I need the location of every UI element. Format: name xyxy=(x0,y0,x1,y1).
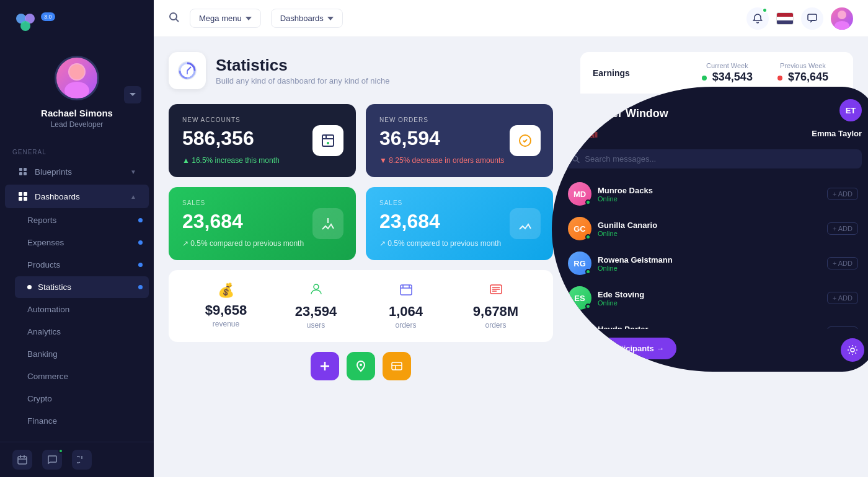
content-area: Statistics Build any kind of dashboard f… xyxy=(154,37,868,477)
sidebar-item-products[interactable]: Products xyxy=(15,254,149,276)
gunilla-add-button[interactable]: + ADD xyxy=(827,222,858,235)
active-user-name: Emma Taylor xyxy=(812,129,862,138)
products-dot xyxy=(138,263,143,267)
orders-label: orders xyxy=(363,321,448,330)
crypto-label: Crypto xyxy=(27,394,52,403)
products-label: Products xyxy=(27,260,60,269)
previous-week: Previous Week $76,645 xyxy=(765,62,841,84)
location-button[interactable] xyxy=(347,352,375,380)
contact-gunilla[interactable]: GC Gunilla Canario Online + ADD xyxy=(564,212,862,245)
sidebar-item-crypto[interactable]: Crypto xyxy=(15,388,149,409)
new-orders-label: NEW ORDERS xyxy=(379,116,539,123)
view-all-button[interactable]: View all participants → xyxy=(564,338,676,359)
sidebar-item-automation[interactable]: Automation xyxy=(15,299,149,320)
active-user-avatar[interactable]: ET xyxy=(839,99,862,121)
delete-all-button[interactable]: Delete all xyxy=(564,130,598,139)
previous-week-label: Previous Week xyxy=(777,62,828,69)
messages-button[interactable] xyxy=(801,7,823,30)
dashboards-button[interactable]: Dashboards xyxy=(271,9,343,28)
expenses-label: Expenses xyxy=(27,238,64,247)
munroe-name: Munroe Dacks xyxy=(598,186,653,195)
svg-rect-7 xyxy=(24,168,27,171)
svg-rect-11 xyxy=(24,192,27,196)
gunilla-info: Gunilla Canario Online xyxy=(598,221,657,237)
statistics-active-marker xyxy=(27,285,32,289)
messenger-search-input[interactable] xyxy=(585,154,854,164)
new-orders-card: NEW ORDERS 36,594 ▼ 8.25% decrease in or… xyxy=(366,104,553,177)
contact-haydn[interactable]: HP Haydn Porter Online + ADD xyxy=(564,316,862,329)
svg-rect-14 xyxy=(18,457,27,464)
sidebar-item-analytics[interactable]: Analytics xyxy=(15,321,149,343)
svg-rect-13 xyxy=(24,197,27,201)
user-avatar[interactable] xyxy=(831,7,853,30)
sales-sky-label: SALES xyxy=(379,199,539,206)
sidebar-item-blueprints[interactable]: Blueprints ▼ xyxy=(5,160,149,183)
search-icon[interactable] xyxy=(169,12,180,25)
reports-dot xyxy=(138,218,143,222)
svg-point-30 xyxy=(314,284,319,289)
blueprints-icon xyxy=(17,166,29,177)
action-buttons xyxy=(169,352,553,380)
header-right xyxy=(746,7,853,30)
orders-icon xyxy=(363,282,448,300)
svg-line-19 xyxy=(176,19,179,22)
ede-info: Ede Stoving Online xyxy=(598,290,644,307)
orders2-icon xyxy=(453,282,538,300)
contact-ede[interactable]: ES Ede Stoving Online + ADD xyxy=(564,281,862,315)
table-button[interactable] xyxy=(383,352,411,380)
sidebar-item-dashboards[interactable]: Dashboards ▲ xyxy=(5,185,149,208)
logo-icon xyxy=(12,10,38,36)
revenue-value: $9,658 xyxy=(184,302,268,318)
messenger-section-label: MESSAGES xyxy=(564,100,668,107)
svg-rect-12 xyxy=(19,197,22,201)
haydn-add-button[interactable]: + ADD xyxy=(827,326,858,329)
sidebar-item-reports[interactable]: Reports xyxy=(15,209,149,231)
mega-menu-button[interactable]: Mega menu xyxy=(190,9,261,28)
munroe-add-button[interactable]: + ADD xyxy=(827,188,858,200)
svg-rect-42 xyxy=(392,362,402,370)
sidebar-item-expenses[interactable]: Expenses xyxy=(15,232,149,253)
messenger-search-bar xyxy=(564,149,862,168)
contact-list: MD Munroe Dacks Online + ADD GC xyxy=(564,177,862,329)
haydn-name: Haydn Porter xyxy=(598,325,649,330)
ede-add-button[interactable]: + ADD xyxy=(827,292,858,304)
add-button[interactable] xyxy=(311,352,339,380)
sales-green-icon xyxy=(312,208,343,239)
svg-rect-10 xyxy=(19,192,22,196)
svg-rect-20 xyxy=(808,14,817,20)
settings-fab[interactable] xyxy=(841,338,864,362)
users-value: 23,594 xyxy=(273,304,358,320)
dark-blob: MESSAGES Messenger Window ET Delete all … xyxy=(552,87,868,372)
sidebar-item-banking[interactable]: Banking xyxy=(15,343,149,365)
calendar-icon-btn[interactable] xyxy=(12,450,32,470)
new-orders-change: ▼ 8.25% decrease in orders amounts xyxy=(379,156,539,165)
reports-label: Reports xyxy=(27,216,56,225)
munroe-status: Online xyxy=(598,195,653,203)
profile-chevron[interactable] xyxy=(124,86,141,103)
new-accounts-card: NEW ACCOUNTS 586,356 ▲ 16.5% increase th… xyxy=(169,104,356,177)
avatar[interactable] xyxy=(55,56,99,100)
svg-rect-31 xyxy=(401,285,412,295)
language-flag[interactable] xyxy=(776,12,794,25)
power-icon-btn[interactable] xyxy=(72,450,92,470)
users-item: 23,594 users xyxy=(273,282,358,330)
orders2-label: orders xyxy=(453,321,538,330)
messenger-top: MESSAGES Messenger Window ET xyxy=(564,99,862,121)
statistics-dot xyxy=(138,285,143,289)
svg-point-5 xyxy=(69,64,84,79)
gunilla-avatar: GC xyxy=(568,217,591,240)
rowena-add-button[interactable]: + ADD xyxy=(827,257,858,269)
main-content: Mega menu Dashboards xyxy=(154,0,868,477)
analytics-label: Analytics xyxy=(27,327,61,336)
chat-icon-btn[interactable] xyxy=(42,450,62,470)
contact-rowena[interactable]: RG Rowena Geistmann Online + ADD xyxy=(564,247,862,280)
profile-section: Rachael Simons Lead Developer xyxy=(0,46,154,144)
sidebar-item-statistics[interactable]: Statistics xyxy=(15,276,149,298)
sidebar-item-commerce[interactable]: Commerce xyxy=(15,365,149,387)
messenger-panel: MESSAGES Messenger Window ET Delete all … xyxy=(552,87,868,372)
svg-point-4 xyxy=(64,82,89,98)
contact-munroe[interactable]: MD Munroe Dacks Online + ADD xyxy=(564,177,862,211)
orders2-item: 9,678M orders xyxy=(453,282,538,330)
sidebar-item-finance[interactable]: Finance xyxy=(15,410,149,432)
notifications-button[interactable] xyxy=(746,7,769,30)
